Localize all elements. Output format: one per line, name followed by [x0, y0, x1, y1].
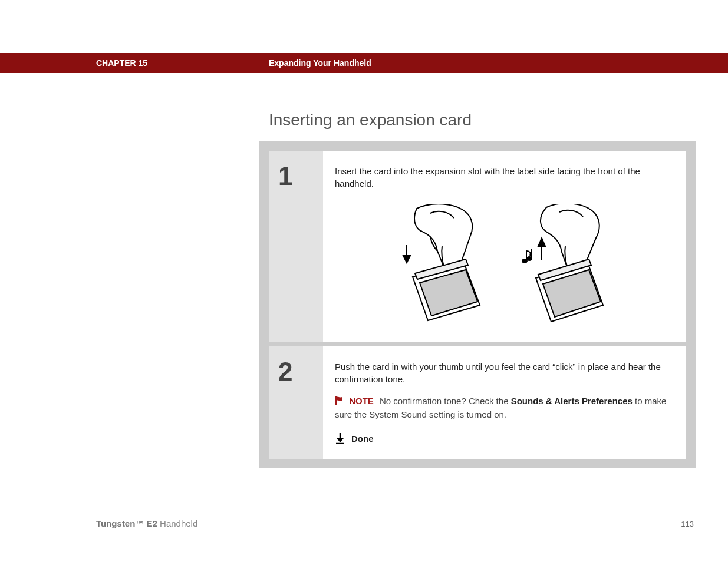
svg-marker-7 — [337, 438, 344, 442]
chapter-title: Expanding Your Handheld — [269, 58, 371, 68]
note-row: NOTE No confirmation tone? Check the Sou… — [335, 395, 670, 421]
footer-rule — [96, 513, 694, 513]
chapter-header: CHAPTER 15 Expanding Your Handheld — [0, 53, 728, 73]
step-body-1: Insert the card into the expansion slot … — [323, 151, 686, 342]
steps-container: 1 Insert the card into the expansion slo… — [259, 141, 696, 468]
page-number: 113 — [681, 520, 694, 528]
insert-card-illustration — [390, 204, 493, 322]
step-1-text: Insert the card into the expansion slot … — [335, 165, 670, 190]
step-number-1: 1 — [269, 151, 323, 342]
done-label: Done — [351, 432, 374, 445]
section-title: Inserting an expansion card — [269, 111, 472, 130]
svg-marker-1 — [403, 256, 410, 263]
svg-marker-3 — [538, 238, 545, 246]
page-footer: Tungsten™ E2 Handheld 113 — [96, 518, 694, 528]
note-label: NOTE — [349, 396, 374, 406]
flag-icon — [335, 396, 344, 408]
step-2: 2 Push the card in with your thumb until… — [269, 346, 686, 459]
confirm-card-illustration — [511, 204, 614, 322]
step-number-2: 2 — [269, 346, 323, 459]
chapter-label: CHAPTER 15 — [96, 58, 147, 68]
sounds-alerts-preferences-link[interactable]: Sounds & Alerts Preferences — [511, 396, 633, 406]
step-body-2: Push the card in with your thumb until y… — [323, 346, 686, 459]
note-text-before: No confirmation tone? Check the — [380, 396, 511, 406]
step-1-illustration — [335, 204, 670, 322]
product-name-bold: Tungsten™ E2 — [96, 518, 157, 528]
done-row: Done — [335, 432, 670, 445]
step-2-text: Push the card in with your thumb until y… — [335, 361, 670, 385]
product-name: Tungsten™ E2 Handheld — [96, 518, 197, 528]
svg-point-4 — [522, 259, 527, 263]
step-1: 1 Insert the card into the expansion slo… — [269, 151, 686, 342]
product-name-rest: Handheld — [157, 518, 197, 528]
done-arrow-icon — [335, 432, 345, 444]
svg-point-5 — [527, 257, 532, 260]
